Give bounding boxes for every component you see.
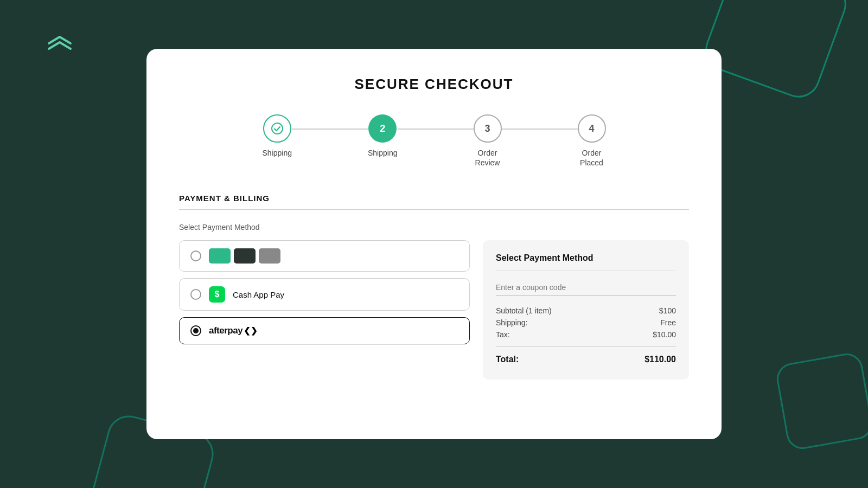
radio-card[interactable] [190,251,201,261]
card-icon-dark [234,248,256,264]
step-connector-3 [502,129,578,130]
shipping-label: Shipping: [496,318,527,327]
bg-decoration-top-right [699,0,852,104]
payment-option-cashapp[interactable]: $ Cash App Pay [179,278,470,311]
total-label: Total: [496,355,519,364]
step-connector-2 [398,129,474,130]
section-divider [179,209,689,210]
shipping-value: Free [660,318,676,327]
step-1-circle [263,114,291,143]
stepper: Shipping 2 Shipping 3 OrderReview 4 Orde… [179,114,689,168]
tax-label: Tax: [496,330,510,339]
total-line: Total: $110.00 [496,355,676,364]
step-4-label: OrderPlaced [580,148,603,168]
afterpay-arrow-icon: ❮❯ [244,326,257,336]
step-3: 3 OrderReview [474,114,502,168]
step-2-circle: 2 [368,114,397,143]
svg-point-0 [272,123,283,134]
card-icon-gray [259,248,280,264]
subtotal-value: $100 [659,306,676,315]
step-1: Shipping [263,114,292,158]
total-divider [496,346,676,347]
step-3-circle: 3 [474,114,502,143]
payment-option-card[interactable] [179,240,470,272]
page-title: SECURE CHECKOUT [179,76,689,93]
subtotal-line: Subtotal (1 item) $100 [496,306,676,315]
card-icon-teal [209,248,231,264]
order-summary-divider [496,271,676,271]
tax-line: Tax: $10.00 [496,330,676,339]
tax-value: $10.00 [653,330,676,339]
step-4: 4 OrderPlaced [578,114,606,168]
radio-cashapp[interactable] [190,289,201,300]
step-1-label: Shipping [263,148,292,158]
step-2: 2 Shipping [368,114,398,158]
payment-option-afterpay[interactable]: afterpay❮❯ [179,317,470,344]
payment-options: $ Cash App Pay afterpay❮❯ [179,240,470,380]
cash-app-label: Cash App Pay [233,290,284,299]
order-summary-title: Select Payment Method [496,253,676,263]
afterpay-text: afterpay [209,325,242,336]
card-icons [209,248,280,264]
content-row: $ Cash App Pay afterpay❮❯ Select Payment… [179,240,689,380]
section-title: PAYMENT & BILLING [179,194,689,203]
select-payment-label: Select Payment Method [179,223,689,232]
step-connector-1 [292,129,368,130]
step-4-circle: 4 [578,114,606,143]
logo-icon [43,33,76,62]
step-3-label: OrderReview [475,148,500,168]
coupon-input[interactable] [496,280,676,296]
total-value: $110.00 [644,355,676,364]
subtotal-label: Subtotal (1 item) [496,306,552,315]
step-2-label: Shipping [368,148,398,158]
cash-app-icon: $ [209,286,225,303]
radio-afterpay[interactable] [190,325,201,336]
payment-billing-section: PAYMENT & BILLING Select Payment Method [179,194,689,380]
shipping-line: Shipping: Free [496,318,676,327]
checkout-card: SECURE CHECKOUT Shipping 2 Shipping 3 Or… [146,49,722,439]
order-summary: Select Payment Method Subtotal (1 item) … [483,240,689,380]
afterpay-logo: afterpay❮❯ [209,325,257,336]
bg-decoration-bottom-right [774,351,868,451]
